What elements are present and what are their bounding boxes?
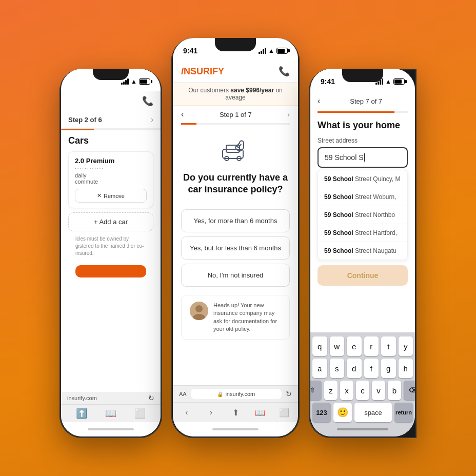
progress-left (61, 129, 161, 130)
back-btn-right[interactable]: ‹ (318, 96, 320, 106)
answer-btn-1[interactable]: Yes, for more than 6 months (181, 209, 290, 232)
chevron-back-center[interactable]: ‹ (181, 110, 184, 119)
key-return[interactable]: return (394, 403, 413, 422)
question-area: Do you currently have a car insurance po… (173, 125, 298, 209)
time-right: 9:41 (321, 77, 335, 86)
phone-call-icon: 📞 (142, 95, 153, 107)
browser-nav-center: ‹ › ⬆ 📖 ⬜ (173, 402, 298, 422)
car-usage2: commute (75, 179, 147, 185)
text-cursor (364, 153, 365, 162)
reload-icon-left[interactable]: ↻ (148, 394, 154, 402)
disclaimer-text: icles must be owned by gistered to the n… (68, 231, 153, 261)
key-r[interactable]: r (364, 336, 379, 356)
url-bar-left: insurify.com ↻ (61, 392, 161, 404)
left-content: 📞 Step 2 of 6 › Cars 2.0 Premium ···· (61, 91, 161, 392)
screen-center: 9:41 ▲ (173, 38, 298, 437)
step-text-left: Step 2 of 6 (68, 116, 102, 124)
signal-center (259, 48, 266, 54)
key-z[interactable]: z (324, 381, 338, 400)
address-label: Street address (310, 134, 415, 147)
add-car-button[interactable]: + Add a car (68, 212, 153, 231)
avatar-img (190, 302, 208, 320)
question-text: Do you currently have a car insurance po… (181, 172, 290, 196)
phone-icon-center: 📞 (279, 66, 290, 77)
savings-banner: Our customers save $996/year on aveage (173, 83, 298, 106)
autocomplete-item-3[interactable]: 59 School Street Northbo (318, 206, 407, 224)
autocomplete-list: 59 School Street Quincy, M 59 School Str… (318, 170, 408, 260)
tabs-icon-left[interactable]: ⬜ (134, 408, 146, 419)
key-g[interactable]: g (381, 359, 396, 378)
svg-point-5 (195, 305, 203, 312)
home-bar-left (61, 422, 161, 437)
insurify-logo: iNSURIFY (181, 66, 224, 77)
autocomplete-item-5[interactable]: 59 School Street Naugatu (318, 242, 407, 260)
key-emoji[interactable]: 🙂 (333, 403, 352, 422)
answer-btn-2[interactable]: Yes, but for less than 6 months (181, 236, 290, 260)
key-numbers[interactable]: 123 (312, 403, 331, 422)
key-delete[interactable]: ⌫ (404, 381, 415, 400)
key-shift[interactable]: ⇧ (310, 381, 322, 400)
chevron-right-left[interactable]: › (151, 115, 153, 124)
phone-right: 9:41 ▲ ‹ S (309, 69, 417, 438)
keyboard-row-3: ⇧ z x c v b ⌫ (312, 381, 413, 400)
status-icons-left: ▲ (121, 78, 150, 85)
car-dots: ············ (75, 166, 147, 171)
car-card: 2.0 Premium ············ daily commute ✕… (68, 151, 153, 208)
autocomplete-item-4[interactable]: 59 School Street Hartford, (318, 224, 407, 242)
key-q[interactable]: q (312, 336, 327, 356)
share-icon-left[interactable]: ⬆️ (76, 408, 87, 419)
key-v[interactable]: v (372, 381, 385, 400)
key-d[interactable]: d (347, 359, 362, 378)
forward-nav-icon[interactable]: › (206, 407, 217, 418)
key-h[interactable]: h (399, 359, 413, 378)
aa-text-center[interactable]: AA (179, 391, 187, 397)
key-c[interactable]: c (356, 381, 369, 400)
bookmarks-icon-left[interactable]: 📖 (105, 408, 116, 419)
autocomplete-item-2[interactable]: 59 School Street Woburn, (318, 188, 407, 206)
address-input[interactable]: 59 School S (318, 147, 408, 168)
autocomplete-item-1[interactable]: 59 School Street Quincy, M (318, 170, 407, 188)
key-y[interactable]: y (399, 336, 413, 356)
wifi-center: ▲ (268, 47, 274, 54)
chevron-forward-center[interactable]: › (287, 110, 290, 118)
remove-button[interactable]: ✕ Remove (75, 189, 147, 203)
tabs-nav-icon[interactable]: ⬜ (279, 407, 290, 418)
address-value: 59 School S (325, 153, 364, 162)
key-t[interactable]: t (381, 336, 396, 356)
keyboard-row-1: q w e r t y (312, 336, 413, 356)
keyboard-home-indicator (312, 424, 413, 434)
reload-icon-center[interactable]: ↻ (286, 390, 292, 398)
url-text-left: insurify.com (67, 395, 97, 401)
key-space[interactable]: space (354, 403, 392, 422)
cars-title: Cars (68, 135, 153, 146)
screen-left: ▲ 📞 Step 2 of 6 › (61, 69, 161, 437)
safari-toolbar-left: ⬆️ 📖 ⬜ (61, 404, 161, 422)
continue-button-right[interactable]: Continue (318, 265, 408, 286)
url-bar-center[interactable]: 🔒 insurify.com (191, 389, 282, 399)
battery-center (276, 48, 288, 54)
answer-btn-3[interactable]: No, I'm not insured (181, 264, 290, 287)
back-nav-icon[interactable]: ‹ (181, 407, 192, 418)
screen-right: 9:41 ▲ ‹ S (310, 69, 415, 437)
key-f[interactable]: f (364, 359, 379, 378)
step-text-center: Step 1 of 7 (220, 111, 252, 118)
key-s[interactable]: s (330, 359, 345, 378)
left-header: 📞 (61, 91, 161, 111)
lock-icon: 🔒 (217, 391, 223, 397)
bookmarks-nav-icon[interactable]: 📖 (254, 407, 266, 418)
car-usage1: daily (75, 172, 147, 179)
battery-left (139, 78, 150, 85)
share-nav-icon[interactable]: ⬆ (230, 407, 241, 418)
right-header: ‹ Step 7 of 7 (310, 91, 415, 111)
home-bar-center (173, 422, 298, 437)
continue-button-left[interactable] (75, 265, 146, 277)
cars-section: Cars 2.0 Premium ············ daily comm… (61, 130, 161, 287)
key-w[interactable]: w (330, 336, 345, 356)
status-icons-center: ▲ (259, 47, 288, 54)
key-e[interactable]: e (347, 336, 362, 356)
heads-up-notice: Heads up! Your new insurance company may… (181, 295, 290, 340)
key-b[interactable]: b (388, 381, 401, 400)
url-text-center: insurify.com (225, 391, 255, 397)
key-a[interactable]: a (312, 359, 327, 378)
key-x[interactable]: x (340, 381, 353, 400)
